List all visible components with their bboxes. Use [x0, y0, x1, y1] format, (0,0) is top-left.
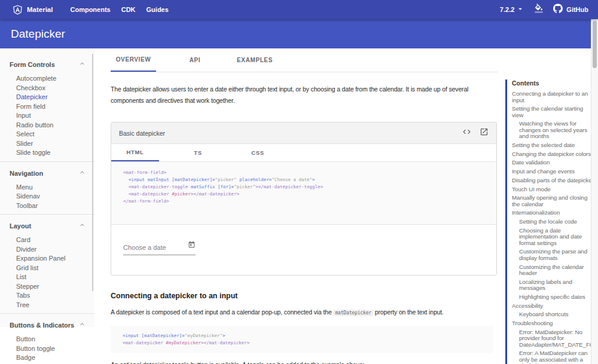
chevron-up-icon — [78, 168, 86, 179]
toc-item[interactable]: Changing the datepicker colors — [512, 151, 596, 158]
code-line: <mat-datepicker #picker></mat-datepicker… — [123, 191, 496, 198]
example-tab-html[interactable]: HTML — [111, 144, 159, 161]
example-tab-css[interactable]: CSS — [237, 144, 279, 161]
sidebar-item-select[interactable]: Select — [0, 130, 94, 139]
example-tab-ts[interactable]: TS — [159, 144, 237, 161]
sidebar-item-input[interactable]: Input — [0, 111, 94, 121]
sidebar-item-badge[interactable]: Badge — [0, 353, 94, 363]
sidebar-item-stepper[interactable]: Stepper — [0, 282, 94, 292]
toc-item[interactable]: Troubleshooting — [512, 320, 596, 327]
calendar-icon[interactable] — [188, 240, 196, 251]
github-link[interactable]: GitHub — [553, 4, 588, 16]
toc-item[interactable]: Setting the locale code — [512, 219, 596, 225]
sidebar-item-grid-list[interactable]: Grid list — [0, 264, 94, 273]
sidebar-item-divider[interactable]: Divider — [0, 245, 94, 255]
sidebar-item-tabs[interactable]: Tabs — [0, 291, 94, 301]
tab-examples[interactable]: EXAMPLES — [234, 48, 276, 72]
chevron-up-icon — [78, 221, 86, 231]
sidebar-scrollbar-thumb[interactable] — [92, 54, 93, 291]
sidebar-item-list[interactable]: List — [0, 273, 94, 282]
toc-item[interactable]: Error: A MatDatepicker can only be assoc… — [512, 350, 596, 364]
page-scrollbar[interactable] — [591, 19, 598, 364]
nav-link-cdk[interactable]: CDK — [116, 6, 141, 13]
tab-overview[interactable]: OVERVIEW — [111, 48, 156, 72]
paragraph-2-pre: A datepicker is composed of a text input… — [111, 308, 333, 316]
intro-paragraph: The datepicker allows users to enter a d… — [111, 84, 498, 106]
view-source-button[interactable] — [462, 127, 471, 139]
sidebar-item-expansion-panel[interactable]: Expansion Panel — [0, 254, 94, 264]
toc-item[interactable]: Setting the selected date — [512, 142, 596, 149]
code-token: "myDatepicker" — [185, 333, 222, 338]
toc-item[interactable]: Keyboard shortcuts — [512, 311, 596, 318]
version-menu[interactable]: 7.2.2 — [500, 5, 524, 14]
example-card-header: Basic datepicker — [111, 123, 496, 144]
toc-item[interactable]: Customizing the calendar header — [512, 264, 596, 277]
code-snippet-2: <input [matDatepicker]="myDatepicker"><m… — [111, 326, 493, 353]
sidebar-item-autocomplete[interactable]: Autocomplete — [0, 74, 94, 84]
sidebar-item-sidenav[interactable]: Sidenav — [0, 192, 94, 201]
tab-api[interactable]: API — [156, 48, 234, 72]
sidebar-item-button-toggle[interactable]: Button toggle — [0, 344, 94, 354]
sidebar-item-slider[interactable]: Slider — [0, 139, 94, 149]
example-title: Basic datepicker — [119, 130, 454, 137]
code-token: <mat-datepicker-toggle — [129, 184, 191, 189]
sidebar-item-menu[interactable]: Menu — [0, 183, 94, 192]
toc-item[interactable]: Error: MatDatepicker: No provider found … — [512, 329, 596, 348]
sidebar-item-datepicker[interactable]: Datepicker — [0, 93, 94, 102]
live-example-area: Choose a date — [111, 224, 496, 275]
sidebar-item-checkbox[interactable]: Checkbox — [0, 84, 94, 93]
code-token: ></mat-datepicker> — [191, 191, 239, 197]
code-token: <mat-datepicker — [129, 191, 172, 197]
angular-material-brand[interactable]: Material — [13, 5, 65, 15]
code-line: <input matInput [matDatepicker]="picker"… — [123, 176, 496, 183]
toc-item[interactable]: Internationalization — [512, 210, 596, 216]
section-heading: Connecting a datepicker to an input — [111, 292, 498, 300]
toc-item[interactable]: Highlighting specific dates — [512, 294, 596, 301]
paragraph-3: An optional datepicker toggle button is … — [111, 360, 498, 364]
paint-bucket-icon — [534, 4, 544, 16]
toc-item[interactable]: Connecting a datepicker to an input — [512, 91, 596, 103]
toc-item[interactable]: Setting the calendar starting view — [512, 106, 596, 118]
toc-item[interactable]: Localizing labels and messages — [512, 279, 596, 292]
sidebar-item-card[interactable]: Card — [0, 235, 94, 245]
toc-item[interactable]: Accessibility — [512, 303, 596, 310]
theme-picker-button[interactable] — [534, 4, 544, 16]
code-token: ></mat-datepicker> — [201, 340, 249, 345]
code-token: ></mat-datepicker-toggle> — [255, 184, 323, 189]
sidebar-item-radio-button[interactable]: Radio button — [0, 121, 94, 130]
sidebar-item-slide-toggle[interactable]: Slide toggle — [0, 148, 94, 158]
sidebar-section-header-3[interactable]: Buttons & Indicators — [0, 315, 94, 334]
sidebar-item-tree[interactable]: Tree — [0, 301, 94, 310]
toc-item[interactable]: Manually opening and closing the calenda… — [512, 195, 596, 207]
nav-link-guides[interactable]: Guides — [141, 6, 174, 13]
sidebar-section-header-1[interactable]: Navigation — [0, 163, 94, 182]
sidebar-item-form-field[interactable]: Form field — [0, 102, 94, 112]
toc-item[interactable]: Input and change events — [512, 169, 596, 175]
toc-item[interactable]: Choosing a date implementation and date … — [512, 228, 596, 247]
page-title: Datepicker — [0, 27, 65, 41]
toc-item[interactable]: Watching the views for changes on select… — [512, 121, 596, 140]
code-token: <mat-form-field> — [123, 170, 166, 175]
sidebar-section-header-2[interactable]: Layout — [0, 216, 94, 234]
version-label: 7.2.2 — [500, 6, 514, 13]
sidebar-section-items: CardDividerExpansion PanelGrid listListS… — [0, 235, 94, 312]
sidebar-item-button[interactable]: Button — [0, 335, 94, 344]
toc-item[interactable]: Customizing the parse and display format… — [512, 249, 596, 261]
sidebar-section-title: Buttons & Indicators — [10, 322, 74, 329]
sidebar-item-toolbar[interactable]: Toolbar — [0, 201, 94, 211]
nav-link-components[interactable]: Components — [65, 6, 115, 13]
toc-item[interactable]: Disabling parts of the datepicker — [512, 178, 596, 184]
code-token: > — [222, 333, 225, 338]
open-stackblitz-button[interactable] — [480, 127, 489, 139]
code-token: <input [matDatepicker]= — [123, 333, 185, 338]
toc-item[interactable]: Date validation — [512, 160, 596, 166]
toc-list: Contents Connecting a datepicker to an i… — [505, 79, 596, 364]
toc-item[interactable]: Touch UI mode — [512, 186, 596, 193]
date-input-field[interactable]: Choose a date — [123, 240, 196, 255]
navbar-links: ComponentsCDKGuides — [65, 6, 173, 13]
code-token: "Choose a date" — [271, 177, 312, 182]
page-header: Datepicker — [0, 19, 591, 48]
sidebar-section-header-0[interactable]: Form Controls — [0, 54, 94, 73]
page-scrollbar-thumb[interactable] — [593, 21, 597, 68]
github-icon — [553, 4, 563, 16]
